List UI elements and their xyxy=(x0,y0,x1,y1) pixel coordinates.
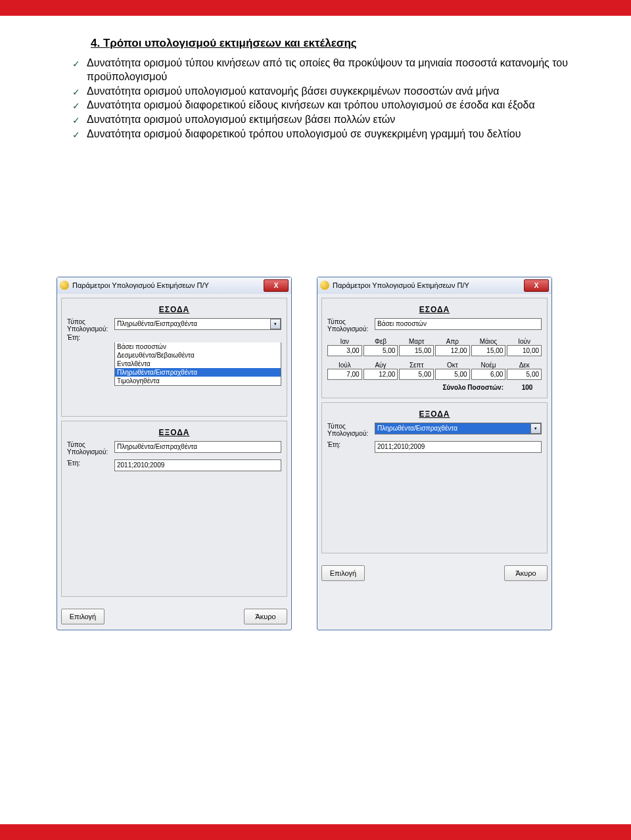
month-value-row: 3,00 5,00 15,00 12,00 15,00 10,00 xyxy=(327,345,542,356)
month-cell[interactable]: 15,00 xyxy=(471,345,506,356)
list-text: Δυνατότητα ορισμού υπολογισμού εκτιμήσεω… xyxy=(87,114,395,125)
document-body: 4. Τρόποι υπολογισμού εκτιμήσεων και εκτ… xyxy=(0,16,631,638)
check-icon: ✓ xyxy=(72,100,80,112)
panel-heading: ΕΣΟΔΑ xyxy=(327,305,542,314)
month-header: Φεβ xyxy=(363,338,398,345)
month-header: Δεκ xyxy=(507,362,542,369)
close-button[interactable]: X xyxy=(524,279,549,292)
month-cell[interactable]: 7,00 xyxy=(327,369,362,380)
top-accent-bar xyxy=(0,0,631,16)
btn-label: Επιλογή xyxy=(330,569,356,577)
month-cell[interactable]: 5,00 xyxy=(435,369,470,380)
panel-exoda: ΕΞΟΔΑ Τύπος Υπολογισμού: Πληρωθέντα/Εισπ… xyxy=(61,421,287,597)
month-cell[interactable]: 12,00 xyxy=(435,345,470,356)
btn-label: Επιλογή xyxy=(70,613,96,620)
cancel-button[interactable]: Άκυρο xyxy=(244,609,287,624)
close-icon: X xyxy=(534,282,539,289)
app-icon xyxy=(60,281,69,290)
cancel-button[interactable]: Άκυρο xyxy=(504,565,548,581)
type-input[interactable]: Πληρωθέντα/Εισπραχθέντα xyxy=(114,441,281,453)
combo-value[interactable]: Πληρωθέντα/Εισπραχθέντα xyxy=(375,423,542,434)
window-title: Παράμετροι Υπολογισμού Εκτιμήσεων Π/Υ xyxy=(72,281,264,289)
month-header: Μαρτ xyxy=(399,338,434,345)
label-line1: Τύπος xyxy=(67,441,85,448)
month-header-row: Ιούλ Αύγ Σεπτ Οκτ Νοέμ Δεκ xyxy=(327,362,542,369)
dropdown-list[interactable]: Βάσει ποσοστών Δεσμευθέντα/Βεβαιωθέντα Ε… xyxy=(114,342,281,386)
bullet-list: ✓Δυνατότητα ορισμού τύπου κινήσεων από τ… xyxy=(72,57,568,141)
month-header: Ιαν xyxy=(327,338,362,345)
month-header-row: Ιαν Φεβ Μαρτ Απρ Μάιος Ιούν xyxy=(327,338,542,345)
list-text: Δυνατότητα ορισμού τύπου κινήσεων από τι… xyxy=(87,57,568,82)
list-text: Δυνατότητα ορισμού διαφορετικού τρόπου υ… xyxy=(87,128,521,139)
total-row: Σύνολο Ποσοστών: 100 xyxy=(327,384,542,391)
titlebar[interactable]: Παράμετροι Υπολογισμού Εκτιμήσεων Π/Υ X xyxy=(57,277,291,294)
close-button[interactable]: X xyxy=(264,279,289,292)
list-text: Δυνατότητα ορισμού διαφορετικού είδους κ… xyxy=(87,99,535,110)
month-cell[interactable]: 10,00 xyxy=(507,345,542,356)
chevron-down-icon[interactable]: ▾ xyxy=(530,423,541,434)
type-combobox[interactable]: Πληρωθέντα/Εισπραχθέντα ▾ xyxy=(375,423,542,434)
titlebar[interactable]: Παράμετροι Υπολογισμού Εκτιμήσεων Π/Υ X xyxy=(317,277,551,294)
dialog-left: Παράμετροι Υπολογισμού Εκτιμήσεων Π/Υ X … xyxy=(57,277,292,630)
dropdown-option-selected[interactable]: Πληρωθέντα/Εισπραχθέντα xyxy=(115,368,281,377)
label-type: Τύπος Υπολογισμού: xyxy=(327,423,375,437)
btn-label: Άκυρο xyxy=(515,569,536,577)
window-title: Παράμετροι Υπολογισμού Εκτιμήσεων Π/Υ xyxy=(333,281,524,289)
month-header: Αύγ xyxy=(363,362,398,369)
label-line2: Υπολογισμού: xyxy=(67,448,108,455)
dropdown-option[interactable]: Δεσμευθέντα/Βεβαιωθέντα xyxy=(115,351,281,360)
month-header: Νοέμ xyxy=(471,362,506,369)
select-button[interactable]: Επιλογή xyxy=(61,609,105,624)
total-value: 100 xyxy=(513,384,542,391)
label-years: Έτη: xyxy=(327,441,375,448)
label-line2: Υπολογισμού: xyxy=(327,430,368,437)
month-header: Μάιος xyxy=(471,338,506,345)
panel-exoda: ΕΞΟΔΑ Τύπος Υπολογισμού: Πληρωθέντα/Εισπ… xyxy=(321,402,548,553)
panel-esoda: ΕΣΟΔΑ Τύπος Υπολογισμού: Βάσει ποσοστών … xyxy=(321,298,548,398)
label-line1: Τύπος xyxy=(327,318,346,325)
month-cell[interactable]: 5,00 xyxy=(399,369,434,380)
dropdown-option[interactable]: Τιμολογηθέντα xyxy=(115,377,281,385)
month-cell[interactable]: 15,00 xyxy=(399,345,434,356)
panel-heading: ΕΣΟΔΑ xyxy=(67,305,281,314)
label-type: Τύπος Υπολογισμού: xyxy=(327,318,375,333)
month-cell[interactable]: 12,00 xyxy=(363,369,398,380)
month-cell[interactable]: 6,00 xyxy=(471,369,506,380)
month-header: Απρ xyxy=(435,338,470,345)
combo-value[interactable]: Πληρωθέντα/Εισπραχθέντα xyxy=(114,318,281,330)
month-cell[interactable]: 5,00 xyxy=(363,345,398,356)
type-combobox[interactable]: Πληρωθέντα/Εισπραχθέντα ▾ xyxy=(114,318,281,330)
label-years: Έτη: xyxy=(67,459,114,467)
type-input[interactable]: Βάσει ποσοστών xyxy=(375,318,542,330)
btn-label: Άκυρο xyxy=(255,613,275,620)
label-line2: Υπολογισμού: xyxy=(327,325,368,333)
check-icon: ✓ xyxy=(72,114,80,126)
total-label: Σύνολο Ποσοστών: xyxy=(443,384,503,391)
close-icon: X xyxy=(274,282,279,289)
bottom-accent-bar xyxy=(0,824,631,840)
label-line1: Τύπος xyxy=(67,318,85,325)
month-header: Ιούν xyxy=(507,338,542,345)
list-text: Δυνατότητα ορισμού υπολογισμού κατανομής… xyxy=(87,85,499,97)
panel-heading: ΕΞΟΔΑ xyxy=(67,428,281,437)
years-input[interactable]: 2011;2010;2009 xyxy=(375,441,542,453)
month-cell[interactable]: 5,00 xyxy=(507,369,542,380)
dropdown-option[interactable]: Βάσει ποσοστών xyxy=(115,342,281,351)
month-header: Σεπτ xyxy=(399,362,434,369)
dropdown-option[interactable]: Ενταλθέντα xyxy=(115,360,281,368)
list-item: ✓Δυνατότητα ορισμού υπολογισμού εκτιμήσε… xyxy=(72,113,568,127)
select-button[interactable]: Επιλογή xyxy=(321,565,365,581)
label-years: Έτη: xyxy=(67,334,114,341)
chevron-down-icon[interactable]: ▾ xyxy=(270,319,281,329)
list-item: ✓Δυνατότητα ορισμού διαφορετικού τρόπου … xyxy=(72,128,568,141)
label-line2: Υπολογισμού: xyxy=(67,325,108,333)
list-item: ✓Δυνατότητα ορισμού τύπου κινήσεων από τ… xyxy=(72,57,568,84)
month-cell[interactable]: 3,00 xyxy=(327,345,362,356)
month-header: Ιούλ xyxy=(327,362,362,369)
section-heading: 4. Τρόποι υπολογισμού εκτιμήσεων και εκτ… xyxy=(91,37,568,50)
app-icon xyxy=(320,281,329,290)
check-icon: ✓ xyxy=(72,129,80,141)
check-icon: ✓ xyxy=(72,58,80,70)
list-item: ✓Δυνατότητα ορισμού υπολογισμού κατανομή… xyxy=(72,85,568,99)
years-input[interactable]: 2011;2010;2009 xyxy=(114,459,281,471)
